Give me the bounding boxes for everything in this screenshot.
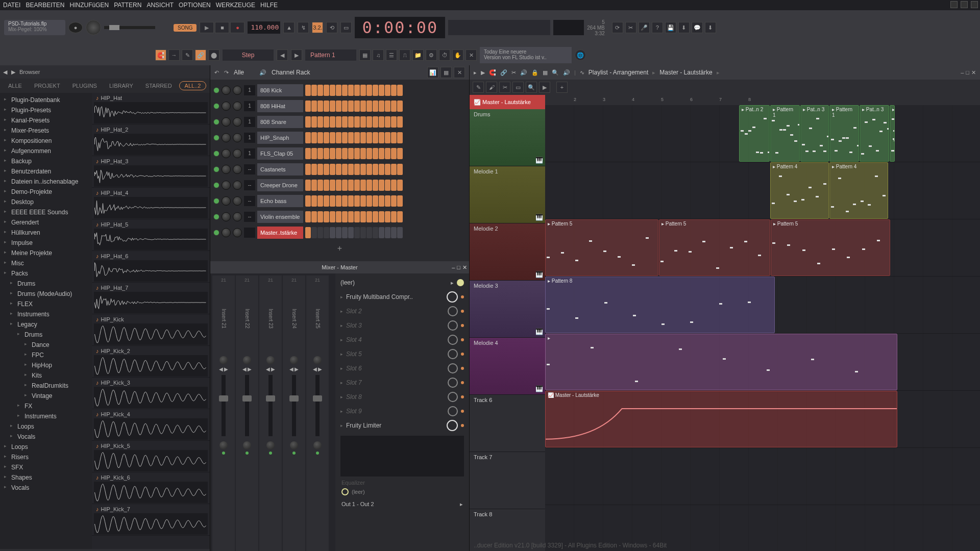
mixer-send-knob[interactable] — [219, 441, 228, 449]
playlist-track-header[interactable]: Melodie 4🎹 — [470, 338, 545, 395]
channel-vol-knob[interactable] — [233, 86, 242, 95]
play-button[interactable]: ▶ — [200, 22, 214, 33]
channel-name[interactable]: Creeper Drone — [257, 179, 303, 191]
channel-steps[interactable] — [305, 85, 403, 96]
tree-item[interactable]: Aufgenommen — [0, 146, 92, 156]
step-button[interactable] — [360, 164, 366, 175]
mixer-track-enable[interactable] — [269, 452, 272, 455]
playlist-clip[interactable]: 📈 Master - Lautstärke — [545, 391, 897, 447]
mixer-input-enable[interactable] — [457, 279, 464, 286]
playlist-lane[interactable]: ▸ Pattern 4▸ Pattern 4 — [545, 162, 980, 219]
view-playlist-icon[interactable]: ▦ — [359, 49, 371, 61]
tree-item[interactable]: Plugin-Presets — [0, 105, 92, 115]
step-button[interactable] — [373, 85, 378, 96]
channel-steps[interactable] — [305, 148, 403, 159]
step-button[interactable] — [317, 85, 323, 96]
step-button[interactable] — [348, 132, 354, 143]
playlist-lane[interactable] — [545, 448, 980, 505]
step-button[interactable] — [385, 101, 390, 112]
step-button[interactable] — [311, 85, 317, 96]
step-button[interactable] — [373, 148, 378, 159]
step-button[interactable] — [305, 116, 311, 128]
step-button[interactable] — [385, 85, 390, 96]
playlist-lane[interactable]: ▸ Pattern 5▸ Pattern 5▸ Pattern 5 — [545, 219, 980, 277]
mixer-send-knob[interactable] — [313, 441, 322, 449]
step-button[interactable] — [317, 164, 323, 175]
rack-grid-icon[interactable]: ▦ — [440, 67, 452, 78]
slot-mix-knob[interactable] — [448, 320, 458, 331]
step-button[interactable] — [360, 148, 366, 159]
browser-tab-alle[interactable]: ALLE — [3, 81, 27, 90]
tree-item[interactable]: RealDrumkits — [0, 381, 92, 391]
step-button[interactable] — [360, 85, 366, 96]
step-button[interactable] — [317, 180, 323, 191]
step-button[interactable] — [391, 164, 397, 175]
step-button[interactable] — [397, 195, 403, 207]
pl-lock-icon[interactable]: 🔒 — [531, 69, 538, 76]
channel-mute[interactable] — [213, 230, 219, 236]
tools-icon[interactable]: ✂ — [625, 22, 636, 33]
channel-steps[interactable] — [305, 101, 403, 112]
channel-steps[interactable] — [305, 132, 403, 143]
step-button[interactable] — [317, 116, 323, 128]
metronome-icon[interactable]: ▲ — [283, 22, 295, 33]
pl-tool-slice[interactable]: ✂ — [499, 82, 510, 93]
tree-item[interactable]: Misc — [0, 258, 92, 268]
channel-mute[interactable] — [213, 198, 219, 204]
mixer-track[interactable]: 21Insert 25◀ ▶ — [306, 276, 329, 551]
step-button[interactable] — [366, 180, 372, 191]
time-display[interactable]: 0:00:00 — [355, 17, 445, 38]
mixer-track[interactable]: 21Insert 24◀ ▶ — [283, 276, 305, 551]
export-icon[interactable]: 💬 — [692, 22, 703, 33]
channel-name[interactable]: 808 Snare — [257, 116, 303, 128]
playlist-clip[interactable]: ▸ Pat..n 3 — [860, 105, 889, 162]
pl-minimize[interactable]: – — [961, 69, 964, 76]
step-button[interactable] — [397, 211, 403, 222]
step-button[interactable] — [348, 227, 354, 238]
step-button[interactable] — [348, 211, 354, 222]
slot-name[interactable]: Slot 3 — [346, 322, 445, 329]
paintbrush-icon[interactable]: ✎ — [182, 49, 193, 61]
step-button[interactable] — [342, 164, 348, 175]
playlist-grid[interactable]: 2345678 ▸ Pat..n 2▸ Pattern 1▸ Pat..n 3▸… — [545, 95, 980, 551]
step-button[interactable] — [342, 148, 348, 159]
rack-fwd[interactable]: ↷ — [224, 69, 229, 76]
snap-selector[interactable]: Step — [223, 49, 274, 61]
browser-tab-projekt[interactable]: PROJEKT — [29, 81, 65, 90]
slot-name[interactable]: Slot 5 — [346, 350, 445, 358]
fx-slot[interactable]: ▸Slot 6 — [337, 361, 467, 375]
pl-waveform-icon[interactable]: ∿ — [580, 69, 584, 76]
sample-row[interactable]: HIP_Kick_3 — [92, 378, 210, 409]
channel-route-num[interactable]: -- — [244, 164, 255, 174]
step-button[interactable] — [330, 116, 335, 128]
rack-back[interactable]: ↶ — [214, 69, 219, 76]
mixer-pan-knob[interactable] — [243, 356, 251, 364]
channel-pan-knob[interactable] — [222, 181, 231, 190]
pl-speaker-icon[interactable]: 🔊 — [563, 69, 570, 76]
step-button[interactable] — [348, 116, 354, 128]
mixer-pan-knob[interactable] — [266, 356, 275, 364]
slot-name[interactable]: Slot 8 — [346, 393, 445, 400]
step-button[interactable] — [330, 195, 335, 207]
channel-mute[interactable] — [213, 87, 219, 93]
channel-route-num[interactable]: -- — [244, 196, 255, 206]
channel-pan-knob[interactable] — [222, 133, 231, 142]
sample-row[interactable]: HIP_Kick_5 — [92, 441, 210, 472]
step-button[interactable] — [366, 132, 372, 143]
slot-mix-knob[interactable] — [448, 363, 458, 373]
step-button[interactable] — [311, 164, 317, 175]
step-button[interactable] — [373, 227, 378, 238]
playlist-lane[interactable]: ▸ — [545, 334, 980, 391]
channel-name[interactable]: FLS_Clap 05 — [257, 147, 303, 160]
snap-next[interactable]: ▶ — [291, 49, 302, 61]
step-button[interactable] — [317, 132, 323, 143]
playlist-clip[interactable]: ▸ Pat..n 3 — [800, 105, 829, 162]
stop-button[interactable]: ■ — [215, 22, 229, 33]
playlist-clip[interactable]: ▸ Pattern 1 — [770, 105, 800, 162]
channel-route-num[interactable]: 1 — [244, 117, 255, 127]
channel-route-num[interactable]: 1 — [244, 101, 255, 111]
channel-vol-knob[interactable] — [233, 196, 242, 206]
slot-arrow-icon[interactable]: ▸ — [340, 394, 343, 399]
step-button[interactable] — [391, 227, 397, 238]
slot-name[interactable]: Fruity Limiter — [346, 422, 444, 429]
